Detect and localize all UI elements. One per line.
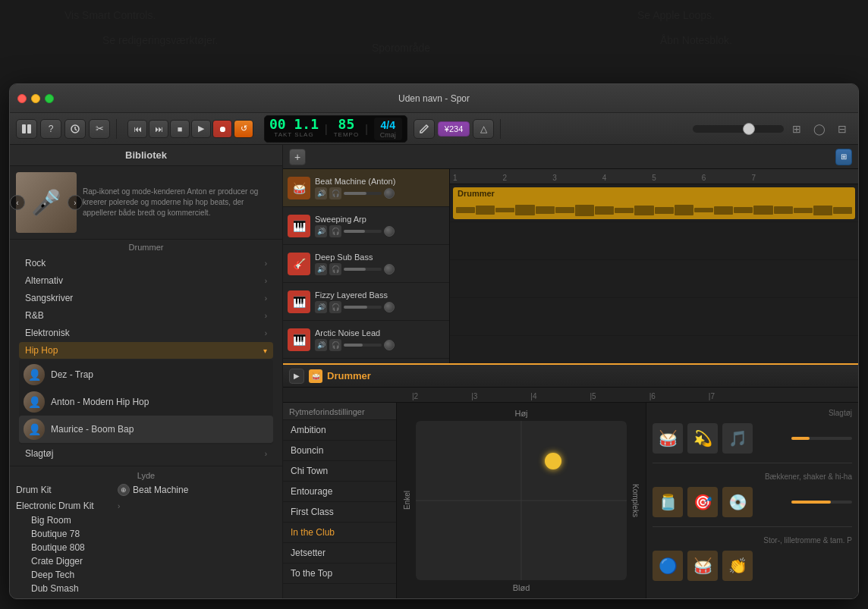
track-row-arcticnoiselead[interactable]: 🎹 Arctic Noise Lead 🔊 🎧	[283, 321, 449, 359]
volume-slider[interactable]	[344, 344, 382, 347]
drum-divider-2	[653, 526, 852, 527]
wave-bar	[655, 207, 674, 214]
mute-button[interactable]: 🔊	[315, 263, 327, 275]
beat-position-dot[interactable]	[545, 453, 561, 469]
headphone-button[interactable]: 🎧	[329, 339, 341, 351]
library-button[interactable]	[16, 119, 37, 139]
volume-slider[interactable]	[344, 192, 382, 195]
maximize-button[interactable]	[45, 94, 54, 103]
pan-knob[interactable]	[384, 340, 395, 350]
headphone-button[interactable]: 🎧	[329, 301, 341, 313]
metronome-button[interactable]: △	[473, 119, 494, 139]
empty-track-sweepingarp	[450, 222, 858, 260]
pan-knob[interactable]	[384, 226, 395, 237]
mute-button[interactable]: 🔊	[315, 301, 327, 313]
record-button[interactable]: ⏺	[212, 120, 232, 138]
pan-knob[interactable]	[384, 188, 395, 199]
sound-list-item[interactable]: Crate Digger	[13, 554, 279, 568]
sound-list-item[interactable]: Electro Bump	[13, 595, 279, 598]
prev-artist-button[interactable]: ‹	[10, 195, 25, 210]
genre-item-slagtoj[interactable]: Slagtøj ›	[19, 445, 273, 462]
preset-firstclass[interactable]: First Class	[283, 502, 396, 523]
toolbar-divider-2	[500, 119, 501, 139]
beat-pad-container[interactable]	[416, 421, 627, 580]
headphone-button[interactable]: 🎧	[329, 225, 341, 237]
genre-item-rock[interactable]: Rock ›	[19, 255, 273, 272]
pan-knob[interactable]	[384, 264, 395, 275]
drummer-play-button[interactable]: ▶	[289, 369, 304, 384]
preset-intheclub[interactable]: In the Club	[283, 523, 396, 543]
apple-loops-button[interactable]: ⊟	[832, 120, 852, 138]
volume-slider[interactable]	[344, 230, 382, 233]
rewind-button[interactable]: ⏮	[127, 120, 147, 138]
notepad-button[interactable]: ◯	[810, 120, 829, 138]
track-row-sweepingarp[interactable]: 🎹 Sweeping Arp 🔊 🎧	[283, 207, 449, 245]
scissors-button[interactable]: ✂	[89, 119, 110, 139]
preset-entourage[interactable]: Entourage	[283, 482, 396, 502]
titlebar: Uden navn - Spor	[10, 84, 858, 113]
sound-list-item[interactable]: Dub Smash	[13, 582, 279, 595]
help-button[interactable]: ?	[40, 119, 61, 139]
toolbar-divider-1	[116, 119, 117, 139]
preset-bouncin[interactable]: Bouncin	[283, 441, 396, 461]
track-row-deepsubbass[interactable]: 🎸 Deep Sub Bass 🔊 🎧	[283, 245, 449, 283]
preset-jetsetter[interactable]: Jetsetter	[283, 543, 396, 563]
annotation-sporomrade: Sporområde	[372, 42, 430, 54]
tempo-button[interactable]	[64, 119, 86, 139]
headphone-button[interactable]: 🎧	[329, 263, 341, 275]
sound-list-item[interactable]: Boutique 78	[13, 527, 279, 541]
cycle-button[interactable]: ↺	[234, 120, 253, 138]
key-sub: Cmaj	[380, 131, 396, 139]
stop-button[interactable]: ■	[170, 120, 190, 138]
ruler-mark-4: 4	[602, 174, 607, 182]
slagtoej-volume-slider[interactable]	[791, 437, 852, 440]
close-button[interactable]	[17, 94, 27, 103]
preset-chitown[interactable]: Chi Town	[283, 461, 396, 482]
tempo-display: 85 TEMPO	[334, 118, 359, 140]
sound-list-item[interactable]: Big Room	[13, 513, 279, 527]
sound-list-item[interactable]: Boutique 808	[13, 541, 279, 554]
mute-button[interactable]: 🔊	[315, 339, 327, 351]
genre-item-elektronisk[interactable]: Elektronisk ›	[19, 325, 273, 341]
next-artist-button[interactable]: ›	[68, 195, 83, 210]
track-row-beatmachine[interactable]: 🥁 Beat Machine (Anton) 🔊 🎧	[283, 169, 449, 207]
play-button[interactable]: ▶	[191, 120, 211, 138]
takt-display: 00 1.1 TAKT SLAG	[269, 118, 319, 140]
add-track-button[interactable]: +	[289, 149, 306, 165]
pan-knob[interactable]	[384, 302, 395, 312]
genre-list: Rock › Alternativ › Sangskriver › R&B ›	[16, 255, 276, 462]
volume-slider[interactable]	[344, 306, 382, 309]
genre-item-alternativ[interactable]: Alternativ ›	[19, 272, 273, 289]
preset-ambition[interactable]: Ambition	[283, 420, 396, 441]
fastforward-button[interactable]: ⏭	[149, 120, 168, 138]
headphone-button[interactable]: 🎧	[329, 187, 341, 199]
toolbar-right: ⊞ ◯ ⊟	[693, 120, 852, 138]
track-row-fizzylayeredbass[interactable]: 🎹 Fizzy Layered Bass 🔊 🎧	[283, 283, 449, 321]
drum-kit-add-btn[interactable]: ⊕	[118, 484, 130, 496]
mute-button[interactable]: 🔊	[315, 187, 327, 199]
genre-item-sangskriver[interactable]: Sangskriver ›	[19, 290, 273, 306]
genre-label: Elektronisk	[25, 328, 265, 338]
wave-bar	[495, 208, 514, 212]
master-volume-slider[interactable]	[693, 125, 784, 133]
genre-item-hiphop[interactable]: Hip Hop ▾	[19, 342, 273, 359]
tuner-button[interactable]: ¥234	[438, 121, 470, 137]
track-view-button[interactable]: ⊞	[835, 149, 852, 165]
mute-button[interactable]: 🔊	[315, 225, 327, 237]
volume-slider[interactable]	[344, 268, 382, 271]
baekkener-volume-slider[interactable]	[791, 501, 852, 504]
drummer-track-timeline[interactable]: Drummer	[450, 184, 858, 222]
drummer-anton[interactable]: 👤 Anton - Modern Hip Hop	[19, 388, 273, 416]
drummer-dez[interactable]: 👤 Dez - Trap	[19, 361, 273, 388]
drummer-maurice[interactable]: 👤 Maurice - Boom Bap	[19, 416, 273, 443]
wave-bar	[694, 208, 713, 212]
bottom-axis-label: Blød	[403, 583, 640, 592]
drum-region[interactable]: Drummer	[453, 187, 855, 219]
genre-item-rnb[interactable]: R&B ›	[19, 307, 273, 324]
sound-list-item[interactable]: Deep Tech	[13, 568, 279, 582]
preset-tothetop[interactable]: To the Top	[283, 563, 396, 584]
smart-controls-button[interactable]: ⊞	[787, 120, 807, 138]
drum-instruments-panel: Slagtøj 🥁 💫 🎵	[646, 403, 858, 598]
minimize-button[interactable]	[31, 94, 40, 103]
edit-mode-button[interactable]	[414, 119, 435, 139]
